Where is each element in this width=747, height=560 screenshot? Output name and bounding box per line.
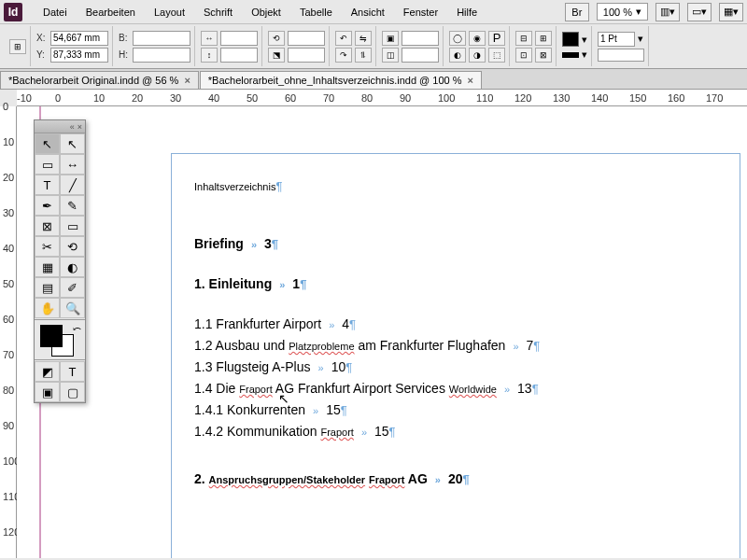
note-tool[interactable]: ▤ (35, 277, 60, 298)
vertical-ruler[interactable]: 0102030405060708090100110120130 (0, 106, 17, 558)
close-icon[interactable]: × (184, 75, 190, 86)
content-icon[interactable]: ◫ (382, 48, 399, 63)
rotate-input[interactable] (288, 31, 325, 46)
scale-x-input[interactable] (220, 31, 258, 46)
pathfinder-5-icon[interactable]: ⬚ (488, 48, 505, 63)
fill-color[interactable] (40, 325, 63, 347)
document-canvas[interactable]: Inhaltsverzeichnis¶ Briefing»3¶1. Einlei… (17, 106, 747, 558)
y-input[interactable] (50, 48, 108, 63)
align-4-icon[interactable]: ⊠ (535, 48, 552, 63)
chevron-down-icon[interactable]: ▾ (582, 49, 587, 61)
align-1-icon[interactable]: ⊟ (515, 31, 532, 46)
hand-tool[interactable]: ✋ (35, 298, 60, 318)
close-icon[interactable]: × (78, 122, 82, 132)
menu-ansicht[interactable]: Ansicht (342, 3, 394, 21)
pathfinder-4-icon[interactable]: ◑ (469, 48, 486, 63)
align-2-icon[interactable]: ⊞ (535, 31, 552, 46)
placeholder-p-icon[interactable]: P (488, 31, 505, 46)
stroke-weight-input[interactable] (598, 32, 635, 47)
height-input[interactable] (133, 48, 190, 63)
align-3-icon[interactable]: ⊡ (515, 48, 532, 63)
scissors-tool[interactable]: ✂ (35, 236, 60, 257)
panel-header[interactable]: « × (35, 120, 85, 133)
type-tool[interactable]: T (35, 175, 60, 195)
zoom-level[interactable]: 100 %▾ (597, 3, 648, 21)
gradient-swatch-tool[interactable]: ▦ (35, 257, 60, 277)
pathfinder-1-icon[interactable]: ◯ (449, 31, 466, 46)
transform-tool[interactable]: ⟲ (60, 236, 85, 257)
rect-frame-tool[interactable]: ⊠ (35, 216, 60, 236)
rotate-ccw-icon[interactable]: ↶ (335, 31, 352, 46)
page-tool[interactable]: ▭ (35, 154, 60, 175)
scale-x-icon: ↔ (201, 31, 218, 46)
sel-y-input[interactable] (402, 48, 439, 63)
text-mode-button[interactable]: T (60, 361, 85, 382)
close-icon[interactable]: × (468, 75, 473, 86)
swap-colors-icon[interactable]: ⤺ (73, 323, 81, 335)
flip-h-icon[interactable]: ⇋ (355, 31, 372, 46)
fill-mode-button[interactable]: ◩ (35, 361, 60, 382)
chevron-down-icon[interactable]: ▾ (582, 34, 587, 46)
stroke-swatch[interactable] (562, 52, 579, 58)
eyedropper-tool[interactable]: ✐ (60, 277, 85, 298)
selection-tool[interactable]: ↖ (35, 133, 60, 154)
cursor-icon: ↖ (278, 391, 289, 406)
toc-entry: 1.4 Die Fraport AG Frankfurt Airport Ser… (194, 379, 717, 399)
scale-y-input[interactable] (220, 48, 258, 63)
w-label: B: (119, 33, 130, 43)
menu-bearbeiten[interactable]: Bearbeiten (77, 3, 145, 21)
control-bar: ⊞ X: Y: B: H: ↔ ↕ ⟲ ⬔ ↶⇋ ↷⥮ ▣ ◫ ◯◉P ◐◑⬚ … (0, 24, 747, 69)
pathfinder-2-icon[interactable]: ◉ (469, 31, 486, 46)
pilcrow-icon: ¶ (275, 179, 282, 193)
fill-swatch[interactable] (562, 32, 579, 47)
rotate-icon: ⟲ (268, 31, 285, 46)
horizontal-ruler[interactable]: -100102030405060708090100110120130140150… (17, 90, 747, 106)
menu-schrift[interactable]: Schrift (194, 3, 242, 21)
document-content: Inhaltsverzeichnis¶ Briefing»3¶1. Einlei… (194, 167, 717, 491)
toc-entry: Briefing»3¶ (194, 234, 717, 254)
arrange-button[interactable]: ▦▾ (719, 3, 743, 21)
normal-view-button[interactable]: ▣ (35, 382, 60, 402)
tab-document-1[interactable]: *Bachelorarbeit Original.indd @ 56 %× (0, 71, 199, 89)
menu-tabelle[interactable]: Tabelle (290, 3, 342, 21)
stroke-style-select[interactable] (598, 49, 644, 62)
toc-entry: 1.4.1 Konkurrenten»15¶ (194, 400, 717, 420)
x-input[interactable] (50, 31, 108, 46)
screen-mode-button[interactable]: ▭▾ (687, 3, 712, 21)
rectangle-tool[interactable]: ▭ (60, 216, 85, 236)
menu-layout[interactable]: Layout (145, 3, 194, 21)
view-options-button[interactable]: ▥▾ (655, 3, 680, 21)
line-tool[interactable]: ╱ (60, 175, 85, 195)
menu-fenster[interactable]: Fenster (394, 3, 447, 21)
pencil-tool[interactable]: ✎ (60, 195, 85, 216)
page-title: Inhaltsverzeichnis¶ (194, 167, 717, 197)
scale-y-icon: ↕ (201, 48, 218, 63)
rotate-cw-icon[interactable]: ↷ (335, 48, 352, 63)
pathfinder-3-icon[interactable]: ◐ (449, 48, 466, 63)
tab-document-2[interactable]: *Bachelorarbeit_ohne_Inhaltsverzeichnis.… (200, 71, 482, 89)
pen-tool[interactable]: ✒ (35, 195, 60, 216)
menu-objekt[interactable]: Objekt (242, 3, 290, 21)
app-icon: Id (4, 3, 22, 21)
tools-panel[interactable]: « × ↖↖▭↔T╱✒✎⊠▭✂⟲▦◐▤✐✋🔍⤺◩T▣▢ (34, 119, 86, 403)
sel-x-input[interactable] (402, 31, 439, 46)
gradient-feather-tool[interactable]: ◐ (60, 257, 85, 277)
gap-tool[interactable]: ↔ (60, 154, 85, 175)
chevron-down-icon[interactable]: ▾ (638, 33, 643, 45)
document-tabs: *Bachelorarbeit Original.indd @ 56 %× *B… (0, 69, 747, 90)
ref-point-icon[interactable]: ⊞ (9, 39, 26, 54)
bridge-button[interactable]: Br (565, 3, 589, 21)
direct-select-tool[interactable]: ↖ (60, 133, 85, 154)
flip-v-icon[interactable]: ⥮ (355, 48, 372, 63)
zoom-tool[interactable]: 🔍 (60, 298, 85, 318)
collapse-icon[interactable]: « (70, 122, 75, 132)
shear-input[interactable] (288, 48, 325, 63)
y-label: Y: (36, 49, 48, 60)
toc-entry: 1.2 Ausbau und Platzprobleme am Frankfur… (194, 336, 717, 356)
menu-bar: Id Datei Bearbeiten Layout Schrift Objek… (0, 0, 747, 24)
preview-button[interactable]: ▢ (60, 382, 85, 402)
menu-hilfe[interactable]: Hilfe (447, 3, 486, 21)
container-icon[interactable]: ▣ (382, 31, 399, 46)
menu-datei[interactable]: Datei (34, 3, 77, 21)
width-input[interactable] (133, 31, 190, 46)
